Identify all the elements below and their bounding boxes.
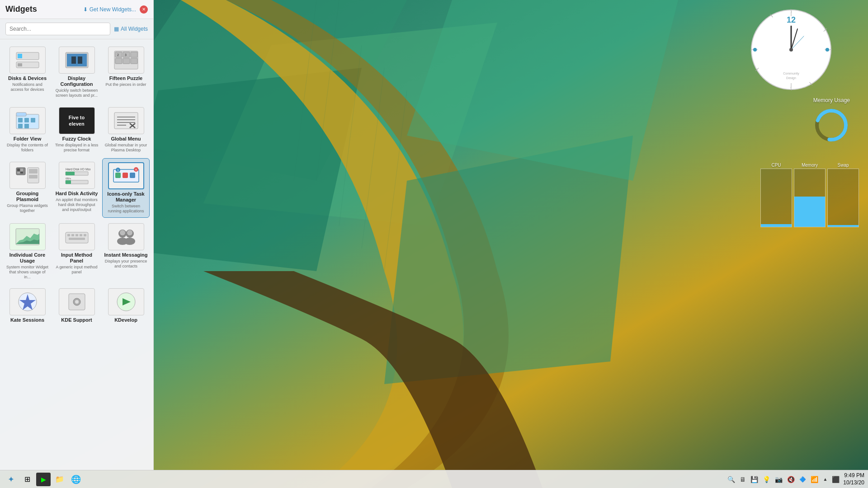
widget-thumb-folder [9, 107, 46, 134]
widgets-grid: Disks & Devices Notifications and access… [0, 39, 153, 470]
konsole-button[interactable]: ▶ [36, 473, 51, 486]
svg-point-98 [120, 230, 125, 235]
svg-rect-91 [71, 234, 74, 236]
widget-desc-individual: System monitor Widget that shows usage o… [5, 265, 49, 279]
display-systray-icon[interactable]: 🖥 [739, 475, 747, 484]
network-drive-icon[interactable]: 💾 [750, 475, 759, 484]
svg-rect-40 [67, 54, 87, 66]
task-manager-button[interactable]: ⊞ [20, 473, 34, 486]
files-button[interactable]: 📁 [52, 473, 67, 486]
svg-rect-86 [123, 173, 128, 178]
cpu-bar [761, 224, 792, 227]
memory-sysmon-label: Memory [802, 163, 818, 168]
svg-text:3: 3 [125, 53, 127, 56]
widget-icons-task[interactable]: ✕ 1 Icons-only Task Manager Switch betwe… [102, 158, 150, 218]
svg-rect-67 [17, 169, 20, 171]
widget-thumb-disks [9, 47, 46, 74]
svg-point-99 [127, 230, 132, 235]
cpu-column: CPU [760, 163, 792, 227]
widget-hard-disk[interactable]: Hard Disk I/O Monitor 0B/s Hard Disk Act… [53, 158, 100, 218]
widget-input-method[interactable]: Input Method Panel A generic input metho… [53, 220, 100, 283]
svg-text:Design: Design [786, 76, 796, 80]
svg-rect-70 [20, 172, 23, 174]
widget-name-global: Global Menu [111, 136, 141, 142]
widget-thumb-fuzzy: Five toeleven [59, 107, 95, 134]
widget-thumb-kdevelop [108, 288, 144, 315]
memory-bar-container [794, 169, 826, 227]
svg-point-29 [753, 48, 757, 52]
widget-name-individual: Individual Core Usage [5, 252, 49, 264]
firefox-button[interactable]: 🌐 [69, 473, 83, 486]
lamp-icon[interactable]: 💡 [762, 475, 771, 484]
svg-rect-53 [16, 113, 26, 116]
svg-text:12: 12 [787, 15, 796, 24]
svg-rect-69 [20, 169, 23, 171]
widget-desc-folder: Display the contents of folders [5, 143, 49, 153]
widget-name-grouping: Grouping Plasmoid [5, 191, 49, 202]
widget-thumb-fifteen: 2 3 [108, 47, 144, 74]
widget-thumb-grouping [9, 162, 46, 189]
widget-kate[interactable]: Kate Sessions [4, 285, 51, 328]
widget-folder-view[interactable]: Folder View Display the contents of fold… [4, 103, 51, 156]
wifi-icon[interactable]: 📶 [810, 475, 819, 484]
memory-title: Memory Usage [813, 97, 850, 103]
svg-point-106 [75, 300, 79, 304]
svg-rect-92 [75, 234, 78, 236]
widget-thumb-icons-task: ✕ 1 [108, 162, 144, 189]
all-widgets-button[interactable]: ▦ All Widgets [114, 26, 148, 32]
widget-thumb-instant [108, 223, 144, 250]
widget-name-fuzzy: Fuzzy Clock [62, 136, 91, 142]
widget-kde-support[interactable]: KDE Support [53, 285, 100, 328]
svg-rect-55 [24, 118, 29, 122]
svg-rect-59 [114, 113, 138, 129]
taskbar-left: ✦ ⊞ ▶ 📁 🌐 [4, 473, 83, 486]
svg-text:✕: ✕ [135, 168, 137, 171]
widget-name-folder: Folder View [14, 136, 42, 142]
widget-desc-harddisk: An applet that monitors hard disk throug… [55, 197, 99, 212]
widget-thumb-kate [9, 288, 46, 315]
svg-rect-73 [29, 175, 38, 178]
svg-rect-57 [18, 124, 23, 128]
memory-column: Memory [794, 163, 826, 227]
svg-rect-38 [18, 63, 22, 66]
widgets-row-5: Kate Sessions KDE Support [4, 285, 150, 328]
widgets-row-4: Individual Core Usage System monitor Wid… [4, 220, 150, 283]
taskbar-right: 🔍 🖥 💾 💡 📷 🔇 🔷 📶 ▲ ⬛ 9:49 PM 10/13/20 [726, 472, 864, 486]
widget-desc-grouping: Group Plasma widgets together [5, 203, 49, 213]
widget-fifteen-puzzle[interactable]: 2 3 Fifteen Puzzle Put the pieces in ord… [102, 43, 150, 102]
widget-display-config[interactable]: Display Configuration Quickly switch bet… [53, 43, 100, 102]
widget-grouping[interactable]: Grouping Plasmoid Group Plasma widgets t… [4, 158, 51, 218]
screenshot-icon[interactable]: 📷 [774, 475, 783, 484]
svg-point-30 [789, 48, 793, 52]
svg-rect-94 [84, 234, 86, 236]
tablet-mode-icon[interactable]: ⬛ [831, 475, 840, 484]
close-panel-button[interactable]: ✕ [140, 5, 148, 14]
expand-systray-icon[interactable]: ▲ [822, 476, 828, 483]
svg-rect-46 [131, 52, 137, 57]
widget-fuzzy-clock[interactable]: Five toeleven Fuzzy Clock Time displayed… [53, 103, 100, 156]
search-input[interactable] [5, 23, 110, 35]
widget-global-menu[interactable]: Global Menu Global menubar in your Plasm… [102, 103, 150, 156]
cpu-label: CPU [771, 163, 781, 168]
system-clock[interactable]: 9:49 PM 10/13/20 [843, 472, 864, 486]
filter-icon: ▦ [114, 26, 119, 32]
bluetooth-icon[interactable]: 🔷 [798, 475, 807, 483]
widget-individual-core[interactable]: Individual Core Usage System monitor Wid… [4, 220, 51, 283]
get-new-widgets-button[interactable]: ⬇ Get New Widgets... [83, 6, 136, 13]
search-systray-icon[interactable]: 🔍 [726, 475, 736, 484]
svg-rect-58 [24, 124, 29, 128]
widget-disks-devices[interactable]: Disks & Devices Notifications and access… [4, 43, 51, 102]
svg-rect-72 [29, 169, 38, 174]
volume-icon[interactable]: 🔇 [786, 475, 796, 484]
download-icon: ⬇ [83, 6, 88, 13]
svg-text:2: 2 [117, 53, 119, 56]
svg-rect-87 [130, 173, 135, 178]
panel-title: Widgets [5, 5, 37, 14]
widget-thumb-global [108, 107, 144, 134]
plasma-button[interactable]: ✦ [4, 473, 18, 486]
widget-thumb-display [59, 47, 95, 74]
widget-instant-messaging[interactable]: Instant Messaging Displays your presence… [102, 220, 150, 283]
taskbar: ✦ ⊞ ▶ 📁 🌐 🔍 🖥 💾 💡 📷 🔇 🔷 📶 ▲ ⬛ 9:49 PM 10… [0, 470, 868, 488]
widget-kdevelop[interactable]: KDevelop [102, 285, 150, 328]
svg-rect-42 [78, 56, 82, 64]
